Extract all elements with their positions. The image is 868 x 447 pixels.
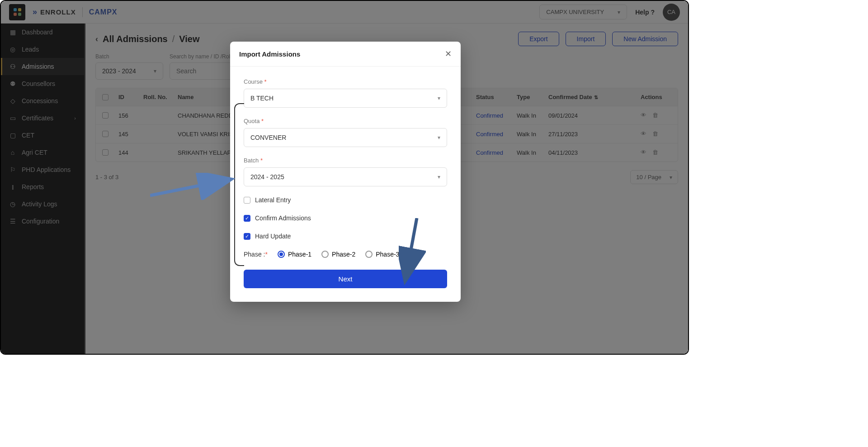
quota-value: CONVENER — [250, 134, 286, 141]
radio-icon — [321, 251, 329, 258]
radio-icon — [365, 251, 373, 258]
phase-label: Phase :* — [244, 251, 268, 258]
lateral-entry-label: Lateral Entry — [255, 196, 291, 204]
modal-batch-select[interactable]: 2024 - 2025 ▾ — [244, 167, 447, 186]
hard-update-checkbox[interactable]: ✓ — [244, 233, 250, 240]
confirm-admissions-checkbox[interactable]: ✓ — [244, 215, 250, 222]
batch-value: 2024 - 2025 — [250, 173, 284, 181]
batch-label: Batch * — [244, 157, 447, 164]
phase-1-radio[interactable]: Phase-1 — [278, 251, 311, 258]
radio-icon — [278, 251, 285, 258]
hard-update-label: Hard Update — [255, 233, 291, 240]
course-value: B TECH — [250, 95, 274, 102]
modal-title: Import Admissions — [239, 50, 300, 58]
chevron-down-icon: ▾ — [438, 134, 440, 141]
lateral-entry-checkbox-row[interactable]: Lateral Entry — [244, 196, 447, 204]
course-select[interactable]: B TECH ▾ — [244, 89, 447, 108]
phase-3-radio[interactable]: Phase-3 — [365, 251, 399, 258]
quota-label: Quota * — [244, 118, 447, 124]
chevron-down-icon: ▾ — [438, 174, 440, 180]
course-label: Course * — [244, 78, 447, 85]
chevron-down-icon: ▾ — [438, 95, 440, 101]
confirm-admissions-label: Confirm Admissions — [255, 214, 311, 222]
annotation-bracket — [234, 103, 244, 266]
confirm-admissions-checkbox-row[interactable]: ✓ Confirm Admissions — [244, 214, 447, 222]
lateral-entry-checkbox[interactable] — [244, 197, 250, 204]
close-icon[interactable]: ✕ — [445, 49, 452, 59]
hard-update-checkbox-row[interactable]: ✓ Hard Update — [244, 233, 447, 240]
phase-2-radio[interactable]: Phase-2 — [321, 251, 355, 258]
import-admissions-modal: Import Admissions ✕ Course * B TECH ▾ Qu… — [230, 42, 461, 302]
quota-select[interactable]: CONVENER ▾ — [244, 128, 447, 147]
next-button[interactable]: Next — [244, 270, 447, 288]
